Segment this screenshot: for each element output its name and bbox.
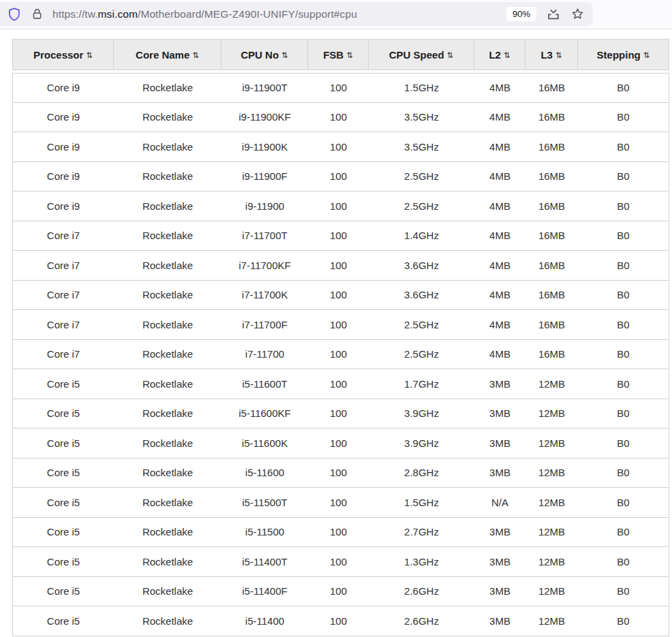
table-cell: 16MB <box>525 103 578 133</box>
table-cell: i5-11400 <box>222 606 308 636</box>
table-cell: B0 <box>578 132 669 162</box>
table-cell: Core i5 <box>12 369 114 399</box>
table-cell: Rocketlake <box>114 429 222 459</box>
sort-icon: ⇅ <box>555 50 562 60</box>
table-cell: 4MB <box>474 162 525 192</box>
table-cell: 1.7GHz <box>369 369 474 399</box>
table-cell: Core i5 <box>12 577 114 607</box>
table-cell: 16MB <box>525 132 578 162</box>
table-cell: 4MB <box>474 73 525 103</box>
table-cell: Core i5 <box>12 488 114 518</box>
table-cell: Core i9 <box>12 73 114 103</box>
url-path: /Motherboard/MEG-Z490I-UNIFY/support#cpu <box>138 8 357 20</box>
column-header-cpu-no[interactable]: CPU No⇅ <box>222 39 308 70</box>
table-cell: 4MB <box>474 221 525 251</box>
column-header-fsb[interactable]: FSB⇅ <box>308 39 369 70</box>
table-cell: 4MB <box>474 251 525 281</box>
table-cell: 1.3GHz <box>369 547 474 577</box>
column-label: Processor <box>33 49 83 61</box>
table-cell: Core i7 <box>12 340 114 370</box>
column-label: L3 <box>540 49 553 61</box>
table-cell: i5-11600KF <box>222 399 308 429</box>
column-label: CPU Speed <box>389 49 444 61</box>
table-cell: i7-11700K <box>222 281 308 311</box>
table-cell: Rocketlake <box>114 103 222 133</box>
column-header-l2[interactable]: L2⇅ <box>474 39 525 70</box>
table-cell: 16MB <box>525 162 578 192</box>
table-cell: 3MB <box>474 606 525 636</box>
table-cell: Rocketlake <box>114 547 222 577</box>
table-cell: Core i9 <box>12 103 114 133</box>
table-cell: i9-11900F <box>222 162 308 192</box>
sort-icon: ⇅ <box>504 50 510 60</box>
table-cell: 100 <box>308 577 369 607</box>
bookmark-star-icon[interactable] <box>570 7 585 21</box>
table-cell: B0 <box>578 221 669 251</box>
table-cell: 12MB <box>525 577 578 607</box>
sort-icon: ⇅ <box>86 50 93 60</box>
table-cell: 100 <box>308 459 369 488</box>
table-cell: i5-11600T <box>222 369 308 399</box>
zoom-level-badge[interactable]: 90% <box>506 7 536 21</box>
table-cell: Core i7 <box>12 281 114 311</box>
table-cell: Rocketlake <box>114 399 222 429</box>
table-cell: 100 <box>308 399 369 429</box>
table-cell: N/A <box>474 488 525 518</box>
url-text[interactable]: https://tw.msi.com/Motherboard/MEG-Z490I… <box>52 8 357 20</box>
table-cell: 16MB <box>525 251 578 281</box>
table-cell: 3.9GHz <box>369 399 474 429</box>
table-cell: i9-11900K <box>222 132 308 162</box>
save-tray-icon[interactable] <box>546 7 561 22</box>
table-cell: 1.5GHz <box>369 73 474 103</box>
table-row: Core i5Rocketlakei5-11400F1002.6GHz3MB12… <box>12 577 669 607</box>
table-cell: B0 <box>578 73 669 103</box>
table-cell: 12MB <box>525 369 578 399</box>
table-cell: Core i7 <box>12 310 114 340</box>
column-label: L2 <box>489 49 501 61</box>
column-header-core-name[interactable]: Core Name⇅ <box>114 39 222 70</box>
table-cell: 16MB <box>525 281 578 311</box>
table-cell: 12MB <box>525 459 578 488</box>
column-label: FSB <box>323 49 343 61</box>
column-header-stepping[interactable]: Stepping⇅ <box>578 39 669 70</box>
table-cell: 2.5GHz <box>369 310 474 340</box>
table-cell: Rocketlake <box>114 221 222 251</box>
table-row: Core i5Rocketlakei5-11400T1001.3GHz3MB12… <box>12 547 669 577</box>
tracking-protection-shield-icon[interactable] <box>7 7 22 22</box>
table-cell: 4MB <box>474 132 525 162</box>
table-cell: 4MB <box>474 191 525 221</box>
table-cell: 3MB <box>474 459 525 488</box>
cpu-table-body: Core i9Rocketlakei9-11900T1001.5GHz4MB16… <box>12 70 669 636</box>
lock-icon[interactable] <box>31 7 44 20</box>
table-cell: 100 <box>308 488 369 518</box>
column-label: Core Name <box>136 49 189 61</box>
table-cell: B0 <box>578 310 669 340</box>
table-cell: Core i9 <box>12 162 114 192</box>
table-cell: Rocketlake <box>114 459 222 488</box>
table-cell: Core i7 <box>12 251 114 281</box>
table-cell: B0 <box>578 251 669 281</box>
url-bar[interactable]: https://tw.msi.com/Motherboard/MEG-Z490I… <box>0 2 593 26</box>
table-cell: B0 <box>578 191 669 221</box>
column-header-processor[interactable]: Processor⇅ <box>12 39 114 70</box>
column-header-l3[interactable]: L3⇅ <box>525 39 578 70</box>
table-cell: B0 <box>578 459 669 488</box>
column-header-cpu-speed[interactable]: CPU Speed⇅ <box>369 39 474 70</box>
table-cell: 3MB <box>474 399 525 429</box>
header-row: Processor⇅Core Name⇅CPU No⇅FSB⇅CPU Speed… <box>12 39 669 70</box>
table-row: Core i7Rocketlakei7-117001002.5GHz4MB16M… <box>12 340 669 370</box>
table-cell: 100 <box>308 281 369 311</box>
table-cell: i7-11700T <box>222 221 308 251</box>
table-cell: Rocketlake <box>114 606 222 636</box>
table-cell: 12MB <box>525 488 578 518</box>
table-cell: 2.5GHz <box>369 191 474 221</box>
table-cell: 4MB <box>474 310 525 340</box>
table-row: Core i5Rocketlakei5-11500T1001.5GHzN/A12… <box>12 488 669 518</box>
table-cell: 3MB <box>474 547 525 577</box>
sort-icon: ⇅ <box>192 50 199 60</box>
table-cell: Rocketlake <box>114 577 222 607</box>
table-cell: 100 <box>308 73 369 103</box>
table-cell: 12MB <box>525 518 578 548</box>
table-cell: 3MB <box>474 577 525 607</box>
table-row: Core i9Rocketlakei9-11900F1002.5GHz4MB16… <box>12 162 669 192</box>
